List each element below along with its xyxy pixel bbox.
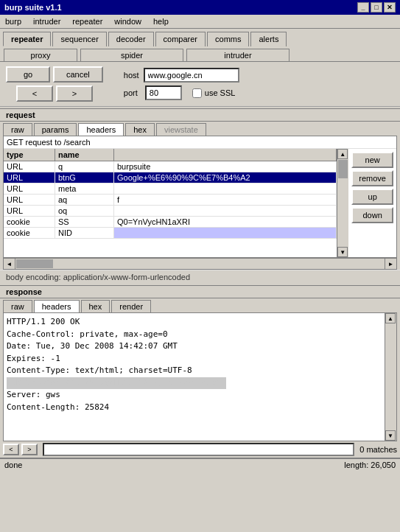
- scroll-left-button[interactable]: ◄: [4, 259, 15, 269]
- tab-decoder[interactable]: decoder: [108, 32, 154, 46]
- response-nav-bar: < > 0 matches: [3, 443, 397, 456]
- response-line: Expires: -1: [7, 353, 382, 365]
- menu-window[interactable]: window: [112, 16, 144, 27]
- next-button[interactable]: >: [56, 85, 93, 102]
- request-tab-viewstate[interactable]: viewstate: [156, 123, 206, 136]
- col-name: name: [55, 149, 114, 161]
- proxy-tab-spider[interactable]: spider: [80, 49, 183, 61]
- response-tab-hex[interactable]: hex: [81, 300, 110, 312]
- cell-value: f: [114, 195, 337, 205]
- prev-button[interactable]: <: [16, 85, 53, 102]
- h-scroll-thumb[interactable]: [16, 259, 53, 268]
- title-bar: burp suite v1.1 _ □ ✕: [0, 0, 400, 15]
- cell-value: Google+%E6%90%9C%E7%B4%A2: [114, 172, 337, 183]
- request-tab-params[interactable]: params: [34, 123, 77, 136]
- port-input[interactable]: [145, 85, 182, 100]
- tab-alerts[interactable]: alerts: [250, 32, 287, 46]
- response-line: Content-Type: text/html; charset=UTF-8: [7, 365, 382, 377]
- use-ssl-label: use SSL: [205, 88, 236, 97]
- response-scroll-up[interactable]: ▲: [385, 313, 396, 323]
- response-panel: HTTP/1.1 200 OK Cache-Control: private, …: [3, 312, 397, 441]
- maximize-button[interactable]: □: [371, 2, 382, 13]
- new-button[interactable]: new: [351, 152, 393, 168]
- tab-sequencer[interactable]: sequencer: [52, 32, 106, 46]
- table-row[interactable]: cookie SS Q0=YnVycHN1aXRI: [4, 217, 337, 228]
- side-buttons: new remove up down: [348, 149, 396, 257]
- response-line: Server: gws: [7, 389, 382, 402]
- vertical-scrollbar[interactable]: ▲ ▼: [337, 149, 348, 257]
- table-row[interactable]: URL q burpsuite: [4, 161, 337, 172]
- scroll-down-button[interactable]: ▼: [337, 247, 348, 257]
- response-tab-headers[interactable]: headers: [34, 300, 80, 312]
- cell-name: SS: [55, 217, 114, 227]
- proxy-tab-intruder[interactable]: intruder: [186, 49, 290, 61]
- cell-type: cookie: [4, 228, 55, 238]
- cell-value: Q0=YnVycHN1aXRI: [114, 217, 337, 227]
- menu-intruder[interactable]: intruder: [31, 16, 63, 27]
- status-done: done: [4, 461, 22, 469]
- table-row[interactable]: URL meta: [4, 183, 337, 195]
- status-bar: done length: 26,050: [0, 458, 400, 471]
- menu-help[interactable]: help: [151, 16, 171, 27]
- response-scroll-down[interactable]: ▼: [385, 430, 396, 441]
- status-length: length: 26,050: [344, 461, 396, 469]
- table-header: type name: [4, 149, 337, 161]
- use-ssl-checkbox[interactable]: [192, 88, 202, 98]
- h-scroll-track: [15, 259, 385, 269]
- response-scroll-track: [385, 323, 396, 430]
- cell-name: btnG: [55, 172, 114, 183]
- cell-type: URL: [4, 161, 55, 172]
- request-tab-raw[interactable]: raw: [3, 123, 32, 136]
- minimize-button[interactable]: _: [357, 2, 369, 13]
- response-search-input[interactable]: [43, 443, 354, 456]
- request-section-label: request: [0, 108, 400, 122]
- host-input[interactable]: [144, 68, 239, 83]
- menu-burp[interactable]: burp: [3, 16, 24, 27]
- cell-value: [114, 183, 337, 194]
- response-line: HTTP/1.1 200 OK: [7, 316, 382, 329]
- table-row[interactable]: cookie NID 16xxxxxxxxxxxxxxxxxxxxxxxxxxx: [4, 228, 337, 239]
- table-row[interactable]: URL btnG Google+%E6%90%9C%E7%B4%A2: [4, 172, 337, 183]
- cell-type: cookie: [4, 217, 55, 227]
- scroll-right-button[interactable]: ►: [385, 259, 396, 269]
- table-row[interactable]: URL aq f: [4, 195, 337, 206]
- response-tab-raw[interactable]: raw: [3, 300, 32, 312]
- cell-type: URL: [4, 183, 55, 194]
- tab-comms[interactable]: comms: [207, 32, 249, 46]
- scroll-up-button[interactable]: ▲: [337, 149, 348, 159]
- request-tab-hex[interactable]: hex: [125, 123, 155, 136]
- tab-repeater[interactable]: repeater: [3, 32, 51, 46]
- scroll-track: [337, 159, 348, 247]
- response-tab-render[interactable]: render: [111, 300, 151, 312]
- request-table[interactable]: URL q burpsuite URL btnG Google+%E6%90%9…: [4, 161, 337, 257]
- remove-button[interactable]: remove: [351, 170, 393, 186]
- col-type: type: [4, 149, 55, 161]
- request-tab-headers[interactable]: headers: [78, 123, 124, 136]
- response-section-label: response: [0, 285, 400, 298]
- response-scrollbar[interactable]: ▲ ▼: [385, 313, 396, 441]
- response-content: HTTP/1.1 200 OK Cache-Control: private, …: [4, 313, 385, 441]
- title-text: burp suite v1.1: [4, 3, 62, 12]
- up-button[interactable]: up: [351, 189, 393, 205]
- response-next-button[interactable]: >: [21, 444, 38, 455]
- menu-repeater[interactable]: repeater: [70, 16, 105, 27]
- response-prev-button[interactable]: <: [3, 444, 19, 455]
- cell-name: oq: [55, 206, 114, 216]
- table-row[interactable]: URL oq: [4, 206, 337, 217]
- cancel-button[interactable]: cancel: [53, 66, 103, 83]
- response-line: Content-Length: 25824: [7, 402, 382, 414]
- main-tabs: repeater sequencer decoder comparer comm…: [0, 29, 400, 46]
- response-line: Cache-Control: private, max-age=0: [7, 329, 382, 341]
- down-button[interactable]: down: [351, 207, 393, 223]
- cell-name: meta: [55, 183, 114, 194]
- port-label: port: [124, 88, 138, 97]
- cell-value: [114, 206, 337, 216]
- scroll-thumb[interactable]: [338, 160, 348, 178]
- close-button[interactable]: ✕: [384, 2, 396, 13]
- cell-name: aq: [55, 195, 114, 205]
- proxy-tab-proxy[interactable]: proxy: [4, 49, 77, 61]
- tab-comparer[interactable]: comparer: [155, 32, 206, 46]
- horizontal-scrollbar[interactable]: ◄ ►: [3, 258, 397, 270]
- col-value: [114, 149, 337, 161]
- go-button[interactable]: go: [6, 66, 50, 83]
